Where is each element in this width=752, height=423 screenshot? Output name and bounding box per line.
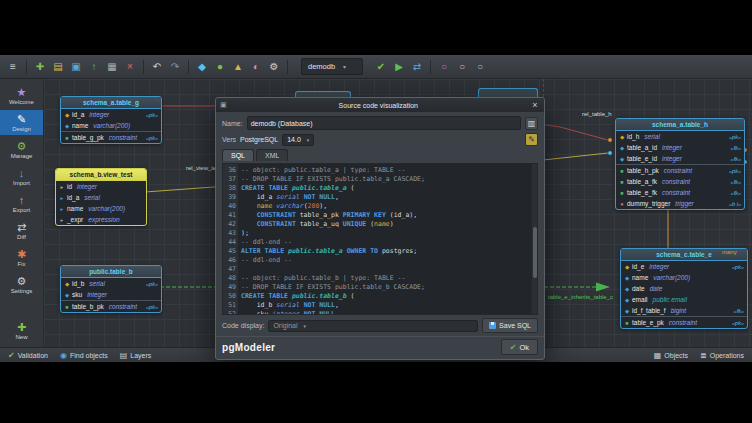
syntax-highlight-icon[interactable]: ✎ (525, 133, 538, 146)
code-options-icon[interactable]: ▥ (525, 117, 538, 130)
table-row[interactable]: ◆namevarchar(200) (61, 120, 161, 131)
open-model-icon[interactable]: ▤ (50, 59, 66, 75)
code-line: ALTER TABLE public.table_a OWNER TO post… (241, 247, 537, 256)
sidebar-item-fix[interactable]: ✱Fix (0, 245, 43, 270)
sidebar-item-label: Manage (11, 153, 33, 159)
tab-xml[interactable]: XML (256, 149, 288, 161)
manage-icon: ⚙ (17, 140, 27, 152)
column-name: email (632, 296, 648, 303)
toolbar-separator (26, 60, 27, 74)
schema-object-icon[interactable]: ◆ (194, 59, 210, 75)
column-icon: ◆ (619, 134, 625, 140)
sidebar-item-new[interactable]: ✚New (0, 318, 43, 343)
sidebar-item-diff[interactable]: ⇄Diff (0, 218, 43, 243)
table-row[interactable]: ■table_e_pkconstraint«pk» (621, 317, 747, 328)
table-row[interactable]: ◆emailpublic.email (621, 294, 747, 305)
column-type: serial (644, 133, 660, 140)
scrollbar[interactable] (531, 164, 537, 314)
column-icon: ◆ (64, 112, 70, 118)
donate-icon[interactable]: ○ (436, 59, 452, 75)
validate-model-icon[interactable]: ✔ (373, 59, 389, 75)
table-row[interactable]: ■table_e_fkconstraint«fk» (616, 187, 744, 198)
table-table-g[interactable]: schema_a.table_g◆id_ainteger«pk»◆namevar… (60, 96, 162, 144)
sidebar-item-design[interactable]: ✎Design (0, 110, 43, 135)
print-model-icon[interactable]: ▦ (104, 59, 120, 75)
new-model-icon[interactable]: ✚ (32, 59, 48, 75)
table-row[interactable]: ◆id_ainteger«pk» (61, 109, 161, 120)
table-row[interactable]: ◆namevarchar(200) (621, 272, 747, 283)
table-row[interactable]: ◆id_einteger«pk» (621, 261, 747, 272)
main-menu-icon[interactable]: ≡ (5, 59, 21, 75)
support-icon[interactable]: ○ (454, 59, 470, 75)
column-icon: ◆ (64, 123, 70, 129)
table-row[interactable]: ■table_h_pkconstraint«pk» (616, 165, 744, 176)
redo-icon[interactable]: ↷ (167, 59, 183, 75)
dialog-titlebar[interactable]: ▣ Source code visualization × (216, 98, 544, 112)
line-number: 42 (223, 220, 236, 229)
table-table-b[interactable]: public.table_b◆id_bserial«pk»◆skuinteger… (60, 265, 162, 313)
line-number: 41 (223, 211, 236, 220)
table-row[interactable]: ◆id_hserial«pk» (616, 131, 744, 142)
run-icon[interactable]: ▶ (391, 59, 407, 75)
table-row[interactable]: ▸_exprexpression (56, 214, 146, 225)
sidebar-item-welcome[interactable]: ★Welcome (0, 83, 43, 108)
version-value: 14.0 (287, 136, 301, 143)
table-row[interactable]: ◆skuinteger (61, 289, 161, 300)
code-line: sku integer NOT NULL, (241, 310, 537, 314)
table-row[interactable]: ◆id_f_table_fbigint«fk» (621, 305, 747, 316)
model-selector-combo[interactable]: demodb▾ (301, 58, 363, 75)
column-type: bigint (671, 307, 687, 314)
close-model-icon[interactable]: × (122, 59, 138, 75)
ok-button[interactable]: ✔ Ok (501, 339, 538, 355)
table-row[interactable]: ◆table_a_idinteger«fk» (616, 142, 744, 153)
view-object-icon[interactable]: ◐ (248, 59, 264, 75)
relationship-label[interactable]: rel_table_h (582, 111, 612, 117)
bottombar-find-objects[interactable]: ◉Find objects (60, 351, 108, 360)
bottombar-validation[interactable]: ✔Validation (8, 351, 48, 360)
bottombar-layers[interactable]: ▤Layers (120, 351, 152, 360)
database-object-icon[interactable]: ● (212, 59, 228, 75)
sidebar-item-manage[interactable]: ⚙Manage (0, 137, 43, 162)
relationship-label[interactable]: many (722, 249, 737, 255)
table-table-e[interactable]: schema_c.table_e◆id_einteger«pk»◆namevar… (620, 248, 748, 329)
column-name: table_a_fk (627, 178, 657, 185)
relationship-label[interactable]: table_e_inherits_table_c (548, 294, 613, 300)
table-row[interactable]: ◆id_bserial«pk» (61, 278, 161, 289)
sidebar-item-settings[interactable]: ⚙Settings (0, 272, 43, 297)
column-type: constraint (662, 189, 690, 196)
about-icon[interactable]: ○ (472, 59, 488, 75)
save-sql-button[interactable]: Save SQL (482, 318, 538, 333)
undo-icon[interactable]: ↶ (149, 59, 165, 75)
table-row[interactable]: ■table_g_pkconstraint«pk» (61, 132, 161, 143)
sql-code-editor[interactable]: 363738394041424344454647484950515253 -- … (222, 163, 538, 315)
column-name: id_a (67, 194, 79, 201)
table-table-h[interactable]: schema_a.table_h◆id_hserial«pk»◆table_a_… (615, 118, 745, 210)
pgsql-version-combo[interactable]: 14.0 ▾ (282, 134, 314, 146)
export-model-icon[interactable]: ↑ (86, 59, 102, 75)
table-row[interactable]: ■table_a_fkconstraint«fk» (616, 176, 744, 187)
line-number: 44 (223, 238, 236, 247)
sidebar-item-import[interactable]: ↓Import (0, 164, 43, 189)
model-settings-icon[interactable]: ⚙ (266, 59, 282, 75)
table-object-icon[interactable]: ▲ (230, 59, 246, 75)
bottombar-operations[interactable]: ≣Operations (700, 351, 744, 360)
diff-icon[interactable]: ⇄ (409, 59, 425, 75)
sidebar-item-label: New (15, 334, 27, 340)
close-icon[interactable]: × (530, 100, 540, 110)
name-label: Name: (222, 120, 243, 127)
sidebar-item-export[interactable]: ↑Export (0, 191, 43, 216)
scrollbar-thumb[interactable] (533, 227, 537, 278)
table-view-test[interactable]: schema_b.view_test▸idinteger▸id_aserial▸… (55, 168, 147, 226)
tab-sql[interactable]: SQL (222, 149, 254, 161)
table-row[interactable]: ●dummy_triggertrigger«b i» (616, 198, 744, 209)
database-name-field[interactable]: demodb (Database) (247, 116, 521, 130)
table-row[interactable]: ■table_b_pkconstraint«pk» (61, 301, 161, 312)
table-row[interactable]: ▸namevarchar(200) (56, 203, 146, 214)
table-row[interactable]: ▸id_aserial (56, 192, 146, 203)
table-row[interactable]: ▸idinteger (56, 181, 146, 192)
bottombar-objects[interactable]: ▦Objects (654, 351, 688, 360)
save-model-icon[interactable]: ▣ (68, 59, 84, 75)
code-tabs: SQL XML (222, 149, 538, 161)
table-row[interactable]: ◆table_e_idinteger«fk» (616, 153, 744, 164)
table-row[interactable]: ◆datedate (621, 283, 747, 294)
